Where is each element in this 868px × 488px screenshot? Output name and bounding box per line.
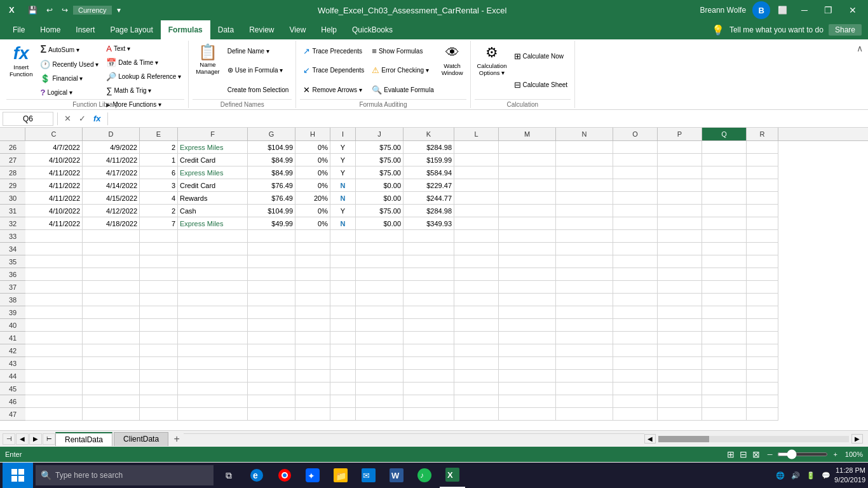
taskbar-dropbox-icon[interactable]: ✦ — [300, 463, 325, 488]
cell-c27[interactable]: 4/10/2022 — [25, 154, 83, 166]
cell-h32[interactable]: 0% — [295, 217, 330, 230]
share-button[interactable]: Share — [829, 24, 862, 36]
cell-d33[interactable] — [83, 230, 140, 243]
cell-p28[interactable] — [658, 166, 702, 179]
row-header-41[interactable]: 41 — [0, 332, 25, 344]
taskbar-search-input[interactable] — [55, 471, 208, 480]
row-header-36[interactable]: 36 — [0, 268, 25, 281]
row-header-39[interactable]: 39 — [0, 306, 25, 319]
cell-c33[interactable] — [25, 230, 83, 243]
calculate-now-button[interactable]: ⊞ Calculate Now — [511, 50, 571, 63]
col-header-h[interactable]: H — [295, 128, 330, 140]
cell-i32[interactable]: N — [330, 217, 356, 230]
cell-e31[interactable]: 2 — [140, 205, 178, 217]
define-name-button[interactable]: Define Name ▾ — [224, 46, 292, 57]
cell-j33[interactable] — [356, 230, 403, 243]
col-header-n[interactable]: N — [556, 128, 613, 140]
cell-p29[interactable] — [658, 179, 702, 192]
cell-q31[interactable] — [702, 205, 747, 217]
col-header-f[interactable]: F — [178, 128, 248, 140]
cell-c26[interactable]: 4/7/2022 — [25, 141, 83, 154]
row-header-42[interactable]: 42 — [0, 344, 25, 357]
cell-k32[interactable]: $349.93 — [403, 217, 454, 230]
cell-e28[interactable]: 6 — [140, 166, 178, 179]
cell-g26[interactable]: $104.99 — [248, 141, 295, 154]
cell-k33[interactable] — [403, 230, 454, 243]
col-header-k[interactable]: K — [403, 128, 454, 140]
cell-g31[interactable]: $104.99 — [248, 205, 295, 217]
tab-insert[interactable]: Insert — [68, 20, 102, 39]
normal-view-button[interactable]: ⊞ — [727, 449, 735, 459]
cell-l30[interactable] — [454, 192, 499, 205]
cell-g33[interactable] — [248, 230, 295, 243]
enter-formula-button[interactable]: ✓ — [76, 112, 88, 125]
row-header-45[interactable]: 45 — [0, 383, 25, 395]
taskbar-word-icon[interactable]: W — [384, 463, 409, 488]
cell-f31[interactable]: Cash — [178, 205, 248, 217]
cell-f27[interactable]: Credit Card — [178, 154, 248, 166]
cell-q30[interactable] — [702, 192, 747, 205]
horizontal-scroll-left[interactable]: ◀ — [644, 434, 656, 444]
show-formulas-button[interactable]: ≡ Show Formulas — [369, 44, 437, 58]
cell-o30[interactable] — [613, 192, 658, 205]
cell-n26[interactable] — [556, 141, 613, 154]
cell-e32[interactable]: 7 — [140, 217, 178, 230]
taskbar-chrome-icon[interactable] — [272, 463, 297, 488]
row-header-33[interactable]: 33 — [0, 230, 25, 243]
tab-next-button[interactable]: ▶ — [29, 433, 42, 445]
cell-n29[interactable] — [556, 179, 613, 192]
cell-h26[interactable]: 0% — [295, 141, 330, 154]
cell-p31[interactable] — [658, 205, 702, 217]
cell-m30[interactable] — [499, 192, 556, 205]
cell-l32[interactable] — [454, 217, 499, 230]
taskbar-search[interactable]: 🔍 — [36, 465, 214, 485]
cell-m27[interactable] — [499, 154, 556, 166]
cell-c28[interactable]: 4/11/2022 — [25, 166, 83, 179]
autosum-button[interactable]: Σ AutoSum ▾ — [37, 42, 102, 57]
cell-i29[interactable]: N — [330, 179, 356, 192]
row-header-30[interactable]: 30 — [0, 192, 25, 205]
row-header-38[interactable]: 38 — [0, 294, 25, 306]
col-header-g[interactable]: G — [248, 128, 295, 140]
cell-h27[interactable]: 0% — [295, 154, 330, 166]
cell-q26[interactable] — [702, 141, 747, 154]
zoom-minus-button[interactable]: ─ — [768, 451, 773, 458]
cell-d32[interactable]: 4/18/2022 — [83, 217, 140, 230]
error-checking-button[interactable]: ⚠ Error Checking ▾ — [369, 64, 437, 77]
zoom-slider[interactable] — [777, 452, 828, 456]
sheet-tab-clientdata[interactable]: ClientData — [114, 432, 168, 446]
tray-network-icon[interactable]: 🌐 — [773, 470, 787, 481]
customize-qat-button[interactable]: ▾ — [113, 4, 125, 16]
ribbon-collapse-button[interactable]: ∧ — [857, 43, 863, 53]
cell-n33[interactable] — [556, 230, 613, 243]
cell-p30[interactable] — [658, 192, 702, 205]
cell-f26[interactable]: Express Miles — [178, 141, 248, 154]
cell-d31[interactable]: 4/12/2022 — [83, 205, 140, 217]
horizontal-scrollbar[interactable] — [658, 436, 849, 442]
cell-n27[interactable] — [556, 154, 613, 166]
cell-k31[interactable]: $284.98 — [403, 205, 454, 217]
cell-d27[interactable]: 4/11/2022 — [83, 154, 140, 166]
cell-n30[interactable] — [556, 192, 613, 205]
tab-review[interactable]: Review — [241, 20, 281, 39]
cell-f30[interactable]: Rewards — [178, 192, 248, 205]
cell-l28[interactable] — [454, 166, 499, 179]
cell-g28[interactable]: $84.99 — [248, 166, 295, 179]
cell-r28[interactable] — [747, 166, 778, 179]
excel-icon[interactable]: X — [5, 3, 22, 18]
cell-d30[interactable]: 4/15/2022 — [83, 192, 140, 205]
cell-i31[interactable]: Y — [330, 205, 356, 217]
cell-e33[interactable] — [140, 230, 178, 243]
col-header-e[interactable]: E — [140, 128, 178, 140]
create-from-selection-button[interactable]: Create from Selection — [224, 85, 292, 95]
cancel-formula-button[interactable]: ✕ — [62, 112, 74, 125]
cell-p32[interactable] — [658, 217, 702, 230]
cell-c31[interactable]: 4/10/2022 — [25, 205, 83, 217]
cell-f33[interactable] — [178, 230, 248, 243]
cell-p26[interactable] — [658, 141, 702, 154]
cell-p33[interactable] — [658, 230, 702, 243]
cell-k27[interactable]: $159.99 — [403, 154, 454, 166]
user-avatar[interactable]: B — [752, 1, 770, 19]
start-button[interactable] — [3, 463, 33, 488]
row-header-46[interactable]: 46 — [0, 395, 25, 408]
